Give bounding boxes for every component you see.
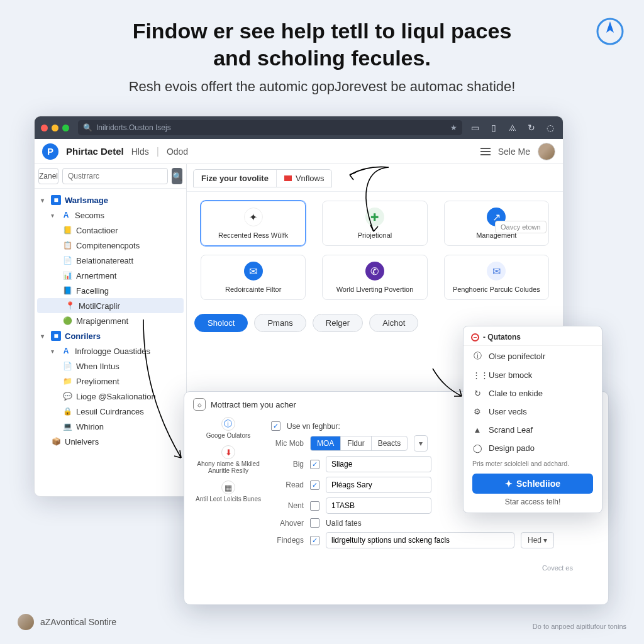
ringx-icon xyxy=(471,333,479,341)
reload-icon[interactable]: ↻ xyxy=(525,123,538,133)
checkbox[interactable] xyxy=(310,518,319,528)
form-row: AhoverUalid fates xyxy=(271,518,599,528)
hero-title: Findow er see help tetll to liqul pacesa… xyxy=(38,18,606,71)
popover-item[interactable]: ▲Scrand Leaf xyxy=(464,421,602,439)
popover-item[interactable]: ◯Design pado xyxy=(464,439,602,457)
compass-icon xyxy=(595,16,625,47)
doc-icon[interactable]: ▯ xyxy=(487,123,500,133)
chk-feghbur[interactable] xyxy=(271,421,280,431)
seg-dd[interactable]: ▾ xyxy=(414,435,428,452)
address-bar[interactable]: 🔍 Inilridorts.Ouston Isejs ★ xyxy=(78,120,462,135)
traffic-lights[interactable] xyxy=(41,125,69,131)
checkbox[interactable] xyxy=(310,501,319,511)
mini-app[interactable]: ⬇Ahony niame & Mkiled Anuritle Reslly xyxy=(193,445,264,474)
btn-relger[interactable]: Relger xyxy=(313,314,363,332)
checkbox[interactable] xyxy=(310,460,319,469)
schedule-button[interactable]: ✦ Schlediioe xyxy=(472,474,593,494)
app-card[interactable]: ✉Redoircainte Filtor xyxy=(201,255,306,300)
sidebar-item[interactable]: 📒Contactioer xyxy=(35,223,186,238)
mini-app[interactable]: ⓘGooge Oulators xyxy=(206,417,251,439)
qutatons-popover: - Qutatons ⓘOlse ponifectolr⋮⋮User bmock… xyxy=(463,326,602,513)
sidebar-search[interactable] xyxy=(62,168,168,184)
hamburger-icon[interactable] xyxy=(480,148,491,155)
tab-fize[interactable]: Fize your tovolite xyxy=(194,170,277,187)
seg-micmob[interactable]: MOAFldurBeacts xyxy=(310,436,408,451)
btn-pmans[interactable]: Pmans xyxy=(254,314,306,332)
text-input[interactable] xyxy=(326,497,431,514)
avatar[interactable] xyxy=(538,143,555,160)
tab-vnflows[interactable]: Vnflows xyxy=(277,170,332,187)
flag-icon xyxy=(284,175,292,181)
text-input[interactable] xyxy=(326,532,514,548)
more-icon[interactable]: ◌ xyxy=(544,123,557,133)
bookmark-icon[interactable]: ⩓ xyxy=(506,123,519,133)
btn-aichot[interactable]: Aichot xyxy=(369,314,418,332)
app-card[interactable]: ✦Reccented Ress Wûlfk xyxy=(201,201,306,246)
pop-note: Pris moter sciolcleli and adchard. xyxy=(464,457,602,470)
app-title: Phirtac Detel xyxy=(66,146,124,157)
footer-right: Do to anpoed aipitlufour tonins xyxy=(533,623,626,630)
text-input[interactable] xyxy=(326,477,431,493)
form-row: FindegsHed ▾ xyxy=(271,532,599,548)
sidebar-item[interactable]: 📋Compitenencpots xyxy=(35,238,186,253)
sidebar-item[interactable]: 📘Facelling xyxy=(35,283,186,298)
sidebar-item[interactable]: 📄Belationatereatt xyxy=(35,253,186,268)
mini-app[interactable]: ▦Antil Leot Lolcits Bunes xyxy=(196,480,261,502)
panel-icon: ☼ xyxy=(193,398,206,411)
covect-link[interactable]: Covect es xyxy=(542,564,573,572)
sidebar-item[interactable]: ▾■Warlsmage xyxy=(35,192,186,208)
pop-secondary[interactable]: Star access telh! xyxy=(464,494,602,506)
nav-sele-me[interactable]: Sele Me xyxy=(498,147,530,157)
app-card[interactable]: ✆World Llverting Povertion xyxy=(322,255,427,300)
popover-item[interactable]: ⚙User vecls xyxy=(464,402,602,421)
app-card[interactable]: ✉Penghoeric Parculc Coludes xyxy=(444,255,549,300)
popover-item[interactable]: ↻Clale to enkide xyxy=(464,384,602,402)
checkbox[interactable] xyxy=(310,480,319,490)
hero-sub: Resh evois offert the automic gopJoreves… xyxy=(38,79,606,95)
sidebar-zone[interactable]: Zanel xyxy=(38,168,58,184)
browser-chrome: 🔍 Inilridorts.Ouston Isejs ★ ▭ ▯ ⩓ ↻ ◌ xyxy=(35,116,563,139)
text-input[interactable] xyxy=(326,456,431,472)
popover-item[interactable]: ⋮⋮User bmock xyxy=(464,366,602,384)
popover-item[interactable]: ⓘOlse ponifectolr xyxy=(464,346,602,366)
sidebar-item[interactable]: 📊Arnertment xyxy=(35,268,186,283)
sidebar-item[interactable]: 📍MotilCraplir xyxy=(37,298,184,313)
checkbox[interactable] xyxy=(310,536,319,545)
sidebar-search-btn[interactable]: 🔍 xyxy=(172,168,182,184)
star-icon[interactable]: ★ xyxy=(450,123,457,132)
search-icon: 🔍 xyxy=(83,123,92,132)
hed-dd[interactable]: Hed ▾ xyxy=(521,532,554,548)
app-bar: P Phirtac Detel Hlds | Odod Sele Me xyxy=(35,139,563,164)
panel-title: Mottract tiem you acher xyxy=(211,400,296,409)
footer-left: aZAvontical Sontire xyxy=(18,614,116,630)
sidebar-item[interactable]: ▾ASecoms xyxy=(35,208,186,223)
avatar xyxy=(18,614,34,630)
btn-sholoct[interactable]: Sholoct xyxy=(194,314,248,332)
nav-hlds[interactable]: Hlds xyxy=(131,147,149,157)
app-logo[interactable]: P xyxy=(42,143,58,160)
nav-odod[interactable]: Odod xyxy=(167,147,188,157)
cast-icon[interactable]: ▭ xyxy=(469,123,481,133)
hint-chip: Oavcy etown xyxy=(495,221,547,233)
